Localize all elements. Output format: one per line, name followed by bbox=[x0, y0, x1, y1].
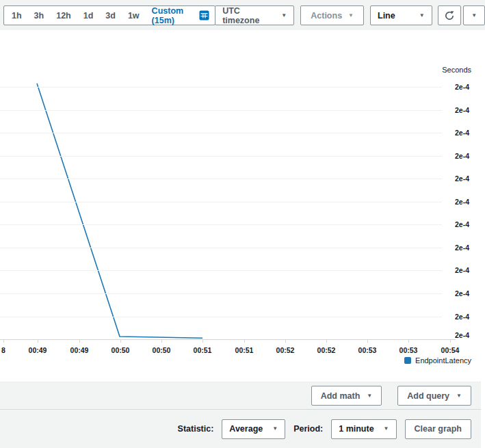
chart-legend: EndpointLatency bbox=[404, 356, 471, 365]
custom-time-range-link[interactable]: Custom (15m) bbox=[146, 6, 200, 25]
chart-widget-panel: Seconds EndpointLatency 2e-42e-42e-42e-4… bbox=[0, 30, 481, 448]
statistic-select[interactable]: Average ▼ bbox=[222, 419, 285, 439]
gridline bbox=[0, 293, 442, 294]
add-query-dropdown[interactable]: Add query ▼ bbox=[397, 386, 471, 406]
chart-footer: Add math ▼ Add query ▼ Statistic: Averag… bbox=[0, 382, 481, 448]
x-axis-tick bbox=[120, 339, 121, 343]
clear-graph-button[interactable]: Clear graph bbox=[405, 419, 471, 439]
x-axis-tick bbox=[285, 339, 286, 343]
add-math-dropdown[interactable]: Add math ▼ bbox=[311, 386, 382, 406]
y-axis-tick-label: 2e-4 bbox=[455, 82, 469, 92]
x-axis-tick-label: 00:50 bbox=[153, 345, 171, 355]
y-axis-tick-label: 2e-4 bbox=[455, 243, 469, 252]
caret-down-icon: ▼ bbox=[384, 426, 389, 432]
timezone-dropdown[interactable]: UTC timezone ▼ bbox=[215, 5, 294, 25]
x-axis-tick-label: 00:53 bbox=[399, 345, 418, 355]
period-select[interactable]: 1 minute ▼ bbox=[331, 419, 396, 439]
gridline bbox=[0, 248, 442, 248]
chart-type-select[interactable]: Line ▼ bbox=[370, 5, 432, 25]
y-axis-tick-label: 2e-4 bbox=[455, 220, 469, 229]
y-axis-tick-label: 2e-4 bbox=[455, 128, 469, 137]
time-range-button-1w[interactable]: 1w bbox=[122, 11, 146, 21]
x-axis-tick-label: 00:49 bbox=[70, 345, 89, 355]
y-axis-tick-label: 2e-4 bbox=[455, 265, 469, 275]
legend-swatch-icon bbox=[404, 357, 411, 364]
y-axis-tick-label: 2e-4 bbox=[455, 197, 469, 207]
x-axis-tick-label: 00:51 bbox=[194, 345, 212, 355]
period-label: Period: bbox=[293, 424, 323, 434]
x-axis-line bbox=[0, 339, 456, 340]
query-actions-row: Add math ▼ Add query ▼ bbox=[0, 382, 481, 410]
x-axis-tick bbox=[450, 339, 451, 343]
x-axis-tick bbox=[244, 339, 245, 343]
x-axis-tick-label: 00:50 bbox=[112, 345, 130, 355]
add-query-label: Add query bbox=[407, 391, 449, 401]
metric-chart: Seconds EndpointLatency 2e-42e-42e-42e-4… bbox=[0, 30, 481, 382]
gridline bbox=[0, 270, 442, 271]
x-axis-tick-label: 00:49 bbox=[29, 345, 47, 355]
chart-type-value: Line bbox=[378, 11, 395, 21]
timezone-dropdown-label: UTC timezone bbox=[222, 6, 274, 25]
actions-dropdown-label: Actions bbox=[311, 11, 342, 21]
caret-down-icon: ▼ bbox=[419, 13, 425, 18]
x-axis-tick bbox=[79, 339, 80, 343]
endpoint-latency-line bbox=[37, 83, 202, 338]
caret-down-icon: ▼ bbox=[281, 13, 287, 18]
caret-down-icon: ▼ bbox=[367, 393, 372, 399]
x-axis-tick-label: 00:52 bbox=[317, 345, 336, 355]
x-axis-tick bbox=[367, 339, 368, 343]
time-range-button-1h[interactable]: 1h bbox=[5, 11, 28, 21]
time-range-group: 1h3h12h1d3d1w Custom (15m) bbox=[3, 5, 215, 25]
gridline bbox=[0, 133, 442, 133]
y-axis-tick-label: 2e-4 bbox=[455, 330, 469, 340]
statistic-value: Average bbox=[229, 424, 263, 434]
time-range-button-3h[interactable]: 3h bbox=[28, 11, 51, 21]
chart-toolbar: 1h3h12h1d3d1w Custom (15m) UTC timezone … bbox=[0, 0, 485, 30]
x-axis-tick-label: 00:52 bbox=[276, 345, 295, 355]
x-axis-tick bbox=[38, 339, 38, 343]
time-range-button-3d[interactable]: 3d bbox=[99, 11, 122, 21]
refresh-options-dropdown[interactable]: ▼ bbox=[463, 5, 485, 25]
caret-down-icon: ▼ bbox=[272, 426, 278, 432]
caret-down-icon: ▼ bbox=[348, 13, 354, 18]
period-value: 1 minute bbox=[339, 424, 373, 434]
x-axis-tick bbox=[408, 339, 409, 343]
x-axis-tick bbox=[202, 339, 203, 343]
gridline bbox=[0, 224, 442, 225]
add-math-label: Add math bbox=[321, 391, 361, 401]
gridline bbox=[0, 179, 442, 179]
refresh-icon bbox=[444, 10, 455, 21]
time-range-buttons: 1h3h12h1d3d1w bbox=[5, 11, 146, 21]
time-range-button-12h[interactable]: 12h bbox=[50, 11, 77, 21]
y-axis-tick-label: 2e-4 bbox=[455, 151, 469, 161]
x-axis-tick-label: 00:53 bbox=[358, 345, 377, 355]
actions-dropdown[interactable]: Actions ▼ bbox=[300, 5, 364, 25]
y-axis-tick-label: 2e-4 bbox=[455, 105, 469, 115]
x-axis-tick-label: 00:51 bbox=[235, 345, 254, 355]
refresh-button[interactable] bbox=[438, 5, 462, 25]
calendar-icon[interactable] bbox=[199, 10, 209, 22]
x-axis-tick bbox=[3, 339, 4, 343]
gridline bbox=[0, 156, 442, 157]
x-axis-tick-label: 00:54 bbox=[441, 345, 460, 355]
gridline bbox=[0, 202, 442, 202]
line-chart-plot bbox=[0, 30, 481, 382]
y-axis-tick-label: 2e-4 bbox=[455, 174, 469, 183]
legend-item[interactable]: EndpointLatency bbox=[404, 356, 471, 365]
gridline bbox=[0, 317, 442, 317]
clear-graph-label: Clear graph bbox=[415, 424, 462, 434]
caret-down-icon: ▼ bbox=[471, 13, 477, 18]
y-axis-tick-label: 2e-4 bbox=[455, 289, 469, 298]
gridline bbox=[0, 110, 442, 111]
legend-label: EndpointLatency bbox=[415, 356, 471, 365]
caret-down-icon: ▼ bbox=[456, 393, 462, 399]
statistic-label: Statistic: bbox=[178, 424, 214, 434]
y-axis-tick-label: 2e-4 bbox=[455, 312, 469, 321]
x-axis-tick bbox=[161, 339, 162, 343]
x-axis-tick-label: 8 bbox=[1, 345, 5, 355]
time-range-button-1d[interactable]: 1d bbox=[77, 11, 100, 21]
gridline bbox=[0, 87, 442, 88]
statistic-period-row: Statistic: Average ▼ Period: 1 minute ▼ … bbox=[0, 410, 481, 448]
x-axis-tick bbox=[326, 339, 327, 343]
